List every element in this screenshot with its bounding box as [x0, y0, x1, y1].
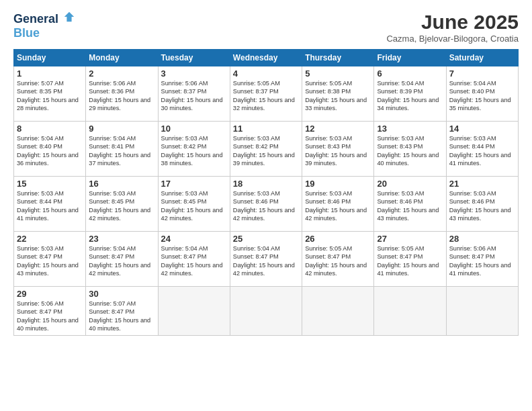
calendar-day-26: 26 Sunrise: 5:05 AM Sunset: 8:47 PM Dayl…: [302, 232, 374, 287]
calendar-day-30: 30 Sunrise: 5:07 AM Sunset: 8:47 PM Dayl…: [86, 287, 158, 336]
logo-icon: [63, 11, 75, 23]
day-number: 1: [17, 68, 83, 79]
month-title: June 2025: [386, 11, 519, 34]
day-number: 24: [161, 234, 227, 244]
day-info: Sunrise: 5:04 AM Sunset: 8:47 PM Dayligh…: [161, 244, 227, 278]
day-info: Sunrise: 5:03 AM Sunset: 8:42 PM Dayligh…: [161, 134, 227, 168]
day-number: 11: [233, 124, 299, 134]
day-number: 10: [161, 124, 227, 134]
day-info: Sunrise: 5:06 AM Sunset: 8:37 PM Dayligh…: [161, 79, 227, 113]
day-info: Sunrise: 5:06 AM Sunset: 8:36 PM Dayligh…: [89, 79, 154, 113]
subtitle: Cazma, Bjelovar-Bilogora, Croatia: [386, 34, 519, 44]
day-info: Sunrise: 5:05 AM Sunset: 8:47 PM Dayligh…: [377, 244, 443, 278]
calendar-day-15: 15 Sunrise: 5:03 AM Sunset: 8:44 PM Dayl…: [14, 177, 86, 232]
day-info: Sunrise: 5:04 AM Sunset: 8:40 PM Dayligh…: [449, 79, 515, 113]
day-info: Sunrise: 5:03 AM Sunset: 8:43 PM Dayligh…: [377, 134, 443, 168]
calendar-day-23: 23 Sunrise: 5:04 AM Sunset: 8:47 PM Dayl…: [86, 232, 158, 287]
day-info: Sunrise: 5:04 AM Sunset: 8:47 PM Dayligh…: [233, 244, 299, 278]
calendar-day-21: 21 Sunrise: 5:03 AM Sunset: 8:46 PM Dayl…: [446, 177, 518, 232]
day-number: 18: [233, 179, 299, 189]
day-number: 28: [449, 234, 515, 244]
logo: General Blue: [13, 11, 75, 40]
day-info: Sunrise: 5:07 AM Sunset: 8:47 PM Dayligh…: [89, 300, 154, 333]
calendar-day-16: 16 Sunrise: 5:03 AM Sunset: 8:45 PM Dayl…: [86, 177, 158, 232]
day-info: Sunrise: 5:03 AM Sunset: 8:47 PM Dayligh…: [17, 244, 83, 278]
calendar-day-14: 14 Sunrise: 5:03 AM Sunset: 8:44 PM Dayl…: [446, 122, 518, 177]
day-number: 6: [377, 68, 443, 79]
calendar-day-25: 25 Sunrise: 5:04 AM Sunset: 8:47 PM Dayl…: [230, 232, 302, 287]
calendar-day-7: 7 Sunrise: 5:04 AM Sunset: 8:40 PM Dayli…: [446, 66, 518, 122]
day-number: 8: [17, 124, 83, 134]
day-number: 14: [449, 124, 515, 134]
calendar-day-12: 12 Sunrise: 5:03 AM Sunset: 8:43 PM Dayl…: [302, 122, 374, 177]
day-number: 5: [305, 68, 371, 79]
day-info: Sunrise: 5:04 AM Sunset: 8:40 PM Dayligh…: [17, 134, 83, 168]
day-number: 19: [305, 179, 371, 189]
day-info: Sunrise: 5:04 AM Sunset: 8:47 PM Dayligh…: [89, 244, 154, 278]
calendar-day-1: 1 Sunrise: 5:07 AM Sunset: 8:35 PM Dayli…: [14, 66, 86, 122]
calendar-day-28: 28 Sunrise: 5:06 AM Sunset: 8:47 PM Dayl…: [446, 232, 518, 287]
day-info: Sunrise: 5:03 AM Sunset: 8:42 PM Dayligh…: [233, 134, 299, 168]
day-number: 21: [449, 179, 515, 189]
day-number: 30: [89, 289, 154, 299]
day-number: 26: [305, 234, 371, 244]
calendar-day-6: 6 Sunrise: 5:04 AM Sunset: 8:39 PM Dayli…: [374, 66, 446, 122]
logo-blue: Blue: [13, 26, 75, 40]
calendar-day-29: 29 Sunrise: 5:06 AM Sunset: 8:47 PM Dayl…: [14, 287, 86, 336]
col-tuesday: Tuesday: [158, 50, 230, 66]
day-info: Sunrise: 5:03 AM Sunset: 8:46 PM Dayligh…: [377, 189, 443, 223]
calendar-day-4: 4 Sunrise: 5:05 AM Sunset: 8:37 PM Dayli…: [230, 66, 302, 122]
calendar-header-row: Sunday Monday Tuesday Wednesday Thursday…: [14, 50, 519, 66]
calendar-day-22: 22 Sunrise: 5:03 AM Sunset: 8:47 PM Dayl…: [14, 232, 86, 287]
col-wednesday: Wednesday: [230, 50, 302, 66]
calendar-day-8: 8 Sunrise: 5:04 AM Sunset: 8:40 PM Dayli…: [14, 122, 86, 177]
day-number: 16: [89, 179, 154, 189]
svg-marker-0: [64, 12, 74, 21]
calendar-day-11: 11 Sunrise: 5:03 AM Sunset: 8:42 PM Dayl…: [230, 122, 302, 177]
day-info: Sunrise: 5:06 AM Sunset: 8:47 PM Dayligh…: [449, 244, 515, 278]
col-friday: Friday: [374, 50, 446, 66]
day-info: Sunrise: 5:06 AM Sunset: 8:47 PM Dayligh…: [17, 300, 83, 333]
calendar-day-9: 9 Sunrise: 5:04 AM Sunset: 8:41 PM Dayli…: [86, 122, 158, 177]
day-info: Sunrise: 5:04 AM Sunset: 8:41 PM Dayligh…: [89, 134, 154, 168]
day-number: 12: [305, 124, 371, 134]
calendar-day-27: 27 Sunrise: 5:05 AM Sunset: 8:47 PM Dayl…: [374, 232, 446, 287]
day-number: 22: [17, 234, 83, 244]
page: General Blue June 2025 Cazma, Bjelovar-B…: [0, 0, 532, 411]
day-number: 23: [89, 234, 154, 244]
day-number: 7: [449, 68, 515, 79]
day-info: Sunrise: 5:03 AM Sunset: 8:44 PM Dayligh…: [17, 189, 83, 223]
logo-text: General: [13, 11, 75, 26]
day-number: 13: [377, 124, 443, 134]
calendar-day-18: 18 Sunrise: 5:03 AM Sunset: 8:46 PM Dayl…: [230, 177, 302, 232]
day-info: Sunrise: 5:07 AM Sunset: 8:35 PM Dayligh…: [17, 79, 83, 113]
day-number: 2: [89, 68, 154, 79]
day-info: Sunrise: 5:04 AM Sunset: 8:39 PM Dayligh…: [377, 79, 443, 113]
calendar-day-20: 20 Sunrise: 5:03 AM Sunset: 8:46 PM Dayl…: [374, 177, 446, 232]
day-number: 9: [89, 124, 154, 134]
day-info: Sunrise: 5:05 AM Sunset: 8:47 PM Dayligh…: [305, 244, 371, 278]
calendar-day-5: 5 Sunrise: 5:05 AM Sunset: 8:38 PM Dayli…: [302, 66, 374, 122]
col-monday: Monday: [86, 50, 158, 66]
title-area: June 2025 Cazma, Bjelovar-Bilogora, Croa…: [386, 11, 519, 44]
calendar-day-19: 19 Sunrise: 5:03 AM Sunset: 8:46 PM Dayl…: [302, 177, 374, 232]
day-number: 29: [17, 289, 83, 299]
calendar-day-2: 2 Sunrise: 5:06 AM Sunset: 8:36 PM Dayli…: [86, 66, 158, 122]
col-thursday: Thursday: [302, 50, 374, 66]
day-info: Sunrise: 5:03 AM Sunset: 8:44 PM Dayligh…: [449, 134, 515, 168]
day-info: Sunrise: 5:03 AM Sunset: 8:43 PM Dayligh…: [305, 134, 371, 168]
day-info: Sunrise: 5:03 AM Sunset: 8:46 PM Dayligh…: [305, 189, 371, 223]
calendar-day-17: 17 Sunrise: 5:03 AM Sunset: 8:45 PM Dayl…: [158, 177, 230, 232]
day-number: 3: [161, 68, 227, 79]
day-number: 25: [233, 234, 299, 244]
day-number: 27: [377, 234, 443, 244]
day-info: Sunrise: 5:05 AM Sunset: 8:37 PM Dayligh…: [233, 79, 299, 113]
day-number: 20: [377, 179, 443, 189]
day-number: 4: [233, 68, 299, 79]
calendar-day-10: 10 Sunrise: 5:03 AM Sunset: 8:42 PM Dayl…: [158, 122, 230, 177]
day-info: Sunrise: 5:03 AM Sunset: 8:46 PM Dayligh…: [233, 189, 299, 223]
col-sunday: Sunday: [14, 50, 86, 66]
calendar-day-3: 3 Sunrise: 5:06 AM Sunset: 8:37 PM Dayli…: [158, 66, 230, 122]
header: General Blue June 2025 Cazma, Bjelovar-B…: [13, 11, 519, 44]
day-number: 17: [161, 179, 227, 189]
